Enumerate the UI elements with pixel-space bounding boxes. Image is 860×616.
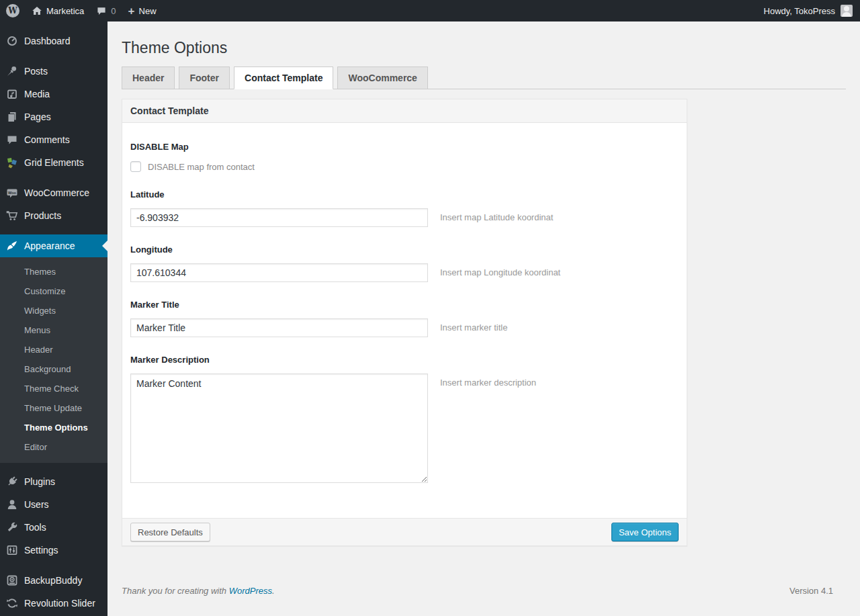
tab-contact-template[interactable]: Contact Template — [234, 67, 333, 89]
sidebar-item-pages[interactable]: Pages — [0, 105, 108, 128]
sidebar-item-label: Appearance — [24, 240, 75, 251]
submenu-item-editor[interactable]: Editor — [0, 437, 108, 457]
marker-title-input[interactable] — [130, 318, 428, 337]
marker-description-hint: Insert marker description — [440, 373, 536, 388]
disable-map-checkbox-label[interactable]: DISABLE map from contact — [148, 162, 255, 172]
tab-footer[interactable]: Footer — [179, 67, 230, 89]
submenu-item-background[interactable]: Background — [0, 359, 108, 379]
marker-description-label: Marker Description — [130, 355, 679, 365]
panel-footer: Restore Defaults Save Options — [122, 518, 687, 545]
sidebar-item-posts[interactable]: Posts — [0, 60, 108, 83]
latitude-hint: Insert map Latitude koordinat — [440, 208, 553, 222]
media-icon — [5, 87, 19, 101]
sidebar-item-label: Users — [24, 499, 49, 510]
page-footer: Thank you for creating with WordPress. V… — [122, 586, 833, 596]
submenu-item-themes[interactable]: Themes — [0, 262, 108, 281]
sidebar-item-label: WooCommerce — [24, 187, 89, 198]
sidebar-item-label: Posts — [24, 66, 48, 77]
latitude-field: Latitude Insert map Latitude koordinat — [130, 189, 679, 227]
avatar — [841, 5, 853, 17]
tab-bar: Header Footer Contact Template WooCommer… — [122, 67, 846, 89]
marker-title-label: Marker Title — [130, 300, 679, 310]
home-icon — [32, 5, 42, 16]
appearance-submenu: Themes Customize Widgets Menus Header Ba… — [0, 257, 108, 463]
cart-icon — [5, 209, 19, 222]
wordpress-link[interactable]: WordPress — [229, 586, 272, 596]
marker-title-hint: Insert marker title — [440, 318, 507, 333]
brush-icon — [5, 239, 19, 253]
submenu-item-widgets[interactable]: Widgets — [0, 301, 108, 320]
longitude-label: Longitude — [130, 245, 679, 255]
sidebar-item-label: Dashboard — [24, 36, 71, 46]
panel-body: DISABLE Map DISABLE map from contact Lat… — [122, 123, 687, 518]
marker-title-field: Marker Title Insert marker title — [130, 300, 679, 337]
sidebar-item-grid-elements[interactable]: Grid Elements — [0, 151, 108, 174]
footer-thanks-suffix: . — [272, 586, 275, 596]
latitude-input[interactable] — [130, 208, 428, 227]
latitude-label: Latitude — [130, 189, 679, 200]
dashboard-icon — [5, 34, 19, 48]
comment-icon — [5, 133, 19, 146]
restore-defaults-button[interactable]: Restore Defaults — [130, 523, 210, 541]
sidebar-item-users[interactable]: Users — [0, 493, 108, 516]
pages-icon — [5, 110, 19, 124]
sidebar-item-plugins[interactable]: Plugins — [0, 470, 108, 493]
tab-woocommerce[interactable]: WooCommerce — [337, 67, 427, 89]
footer-thanks-prefix: Thank you for creating with — [122, 586, 229, 596]
sidebar-item-label: Settings — [24, 545, 58, 556]
user-icon — [5, 498, 19, 511]
sidebar-item-label: Grid Elements — [24, 157, 84, 168]
marker-description-textarea[interactable]: Marker Content — [130, 373, 428, 483]
site-name-link[interactable]: Marketica — [26, 0, 90, 21]
sidebar-item-label: BackupBuddy — [24, 575, 82, 586]
sidebar-item-label: Plugins — [24, 476, 55, 487]
new-label: New — [139, 6, 157, 16]
sidebar-item-label: Comments — [24, 134, 70, 145]
submenu-item-customize[interactable]: Customize — [0, 281, 108, 301]
pushpin-icon — [5, 64, 19, 78]
account-menu[interactable]: Howdy, TokoPress — [764, 0, 860, 21]
site-name-label: Marketica — [46, 6, 84, 16]
longitude-input[interactable] — [130, 263, 428, 282]
submenu-item-theme-update[interactable]: Theme Update — [0, 398, 108, 418]
submenu-item-header[interactable]: Header — [0, 340, 108, 359]
admin-sidebar: Dashboard Posts Media Pages Comments Gri… — [0, 21, 108, 616]
panel-title: Contact Template — [122, 99, 687, 123]
submenu-item-theme-options[interactable]: Theme Options — [0, 418, 108, 437]
longitude-hint: Insert map Longitude koordinat — [440, 263, 560, 277]
refresh-arrows-icon — [5, 597, 19, 610]
sidebar-item-comments[interactable]: Comments — [0, 128, 108, 151]
save-options-button[interactable]: Save Options — [611, 523, 679, 541]
tab-header[interactable]: Header — [122, 67, 175, 89]
contact-template-panel: Contact Template DISABLE Map DISABLE map… — [122, 99, 687, 546]
plus-icon: + — [128, 5, 135, 17]
disable-map-checkbox[interactable] — [130, 161, 141, 172]
svg-text:Woo: Woo — [8, 191, 17, 195]
sidebar-item-settings[interactable]: Settings — [0, 539, 108, 562]
wordpress-logo-menu[interactable]: W — [0, 0, 26, 21]
admin-bar: W Marketica 0 + New Howdy, TokoPress — [0, 0, 860, 21]
submenu-item-menus[interactable]: Menus — [0, 320, 108, 340]
new-content-menu[interactable]: + New — [122, 0, 163, 21]
sidebar-item-dashboard[interactable]: Dashboard — [0, 30, 108, 52]
footer-thanks: Thank you for creating with WordPress. — [122, 586, 275, 596]
sidebar-item-media[interactable]: Media — [0, 83, 108, 105]
comments-indicator[interactable]: 0 — [90, 0, 122, 21]
sidebar-item-products[interactable]: Products — [0, 204, 108, 227]
page-title: Theme Options — [122, 32, 846, 60]
sidebar-item-appearance[interactable]: Appearance — [0, 234, 108, 257]
wordpress-logo-icon: W — [6, 4, 19, 17]
comment-count: 0 — [111, 6, 116, 16]
plugin-icon — [5, 475, 19, 488]
sliders-icon — [5, 543, 19, 557]
woocommerce-badge-icon: Woo — [5, 186, 19, 200]
sidebar-item-woocommerce[interactable]: Woo WooCommerce — [0, 181, 108, 204]
sidebar-item-tools[interactable]: Tools — [0, 516, 108, 539]
main-content: Theme Options Header Footer Contact Temp… — [108, 0, 860, 596]
sidebar-item-backupbuddy[interactable]: BackupBuddy — [0, 569, 108, 592]
longitude-field: Longitude Insert map Longitude koordinat — [130, 245, 679, 282]
submenu-item-theme-check[interactable]: Theme Check — [0, 379, 108, 398]
sidebar-item-revolution-slider[interactable]: Revolution Slider — [0, 592, 108, 615]
disable-map-field: DISABLE Map DISABLE map from contact — [130, 142, 679, 172]
comment-bubble-icon — [96, 5, 107, 16]
